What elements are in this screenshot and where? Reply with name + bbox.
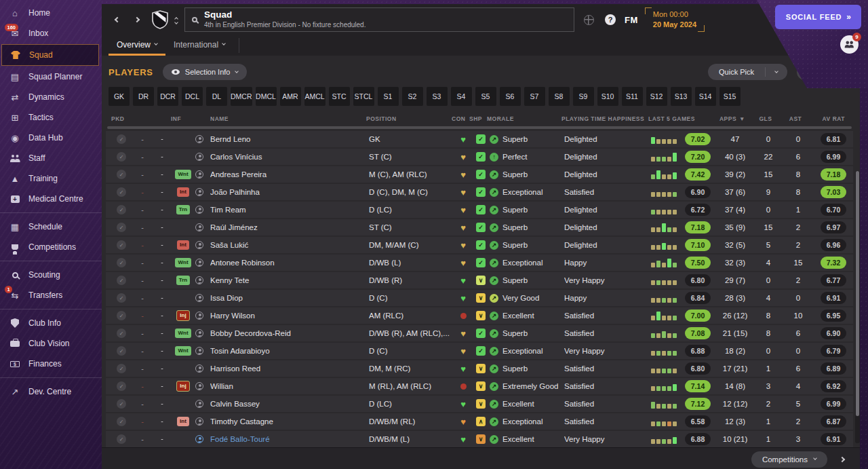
player-row[interactable]: ✓-IntSaša LukićDM, M/AM (C)♥✓↗SuperbDeli… [106, 237, 853, 253]
player-name[interactable]: Calvin Bassey [210, 400, 369, 408]
sidebar-item-tactics[interactable]: ⊞Tactics [0, 107, 102, 128]
row-dropdown[interactable] [153, 245, 171, 246]
sidebar-item-squad[interactable]: Squad [1, 44, 99, 66]
player-name[interactable]: Andreas Pereira [210, 170, 369, 179]
player-row[interactable]: ✓-TrnTim ReamD (LC)♥✓↗SuperbDelighted6.7… [106, 202, 853, 218]
sidebar-item-schedule[interactable]: ▦Schedule [0, 217, 102, 237]
picked-check-icon[interactable]: ✓ [117, 381, 126, 391]
position-filter-s9[interactable]: S9 [573, 87, 594, 106]
club-switcher[interactable] [175, 16, 178, 24]
sidebar-item-squad-planner[interactable]: ▤Squad Planner [0, 67, 102, 87]
player-row[interactable]: ✓-IntTimothy CastagneD/WB/M (RL)♥∧↗Excep… [106, 413, 853, 430]
social-globe-button[interactable] [581, 15, 596, 25]
position-filter-dcl[interactable]: DCL [182, 87, 203, 106]
picked-check-icon[interactable]: ✓ [117, 434, 126, 444]
position-filter-dr[interactable]: DR [133, 87, 154, 106]
column-header-inf[interactable]: INF [171, 115, 210, 122]
column-header-last5[interactable]: LAST 5 GAMES [648, 115, 713, 122]
player-name[interactable]: Kenny Tete [210, 276, 369, 284]
quick-pick-button[interactable]: Quick Pick [708, 64, 765, 80]
sidebar-item-data-hub[interactable]: ◉Data Hub [0, 128, 102, 148]
position-filter-dmcr[interactable]: DMCR [231, 87, 252, 106]
position-filter-s4[interactable]: S4 [451, 87, 472, 106]
player-name[interactable]: Saša Lukić [210, 241, 369, 249]
column-header-gls[interactable]: GLS [751, 115, 780, 122]
tab-international[interactable]: International [165, 35, 233, 56]
row-dropdown[interactable] [153, 210, 171, 210]
column-header-shp[interactable]: SHP [469, 115, 487, 122]
player-row[interactable]: ✓-Calvin BasseyD (LC)♥∨↗ExcellentSatisfi… [106, 396, 853, 412]
picked-check-icon[interactable]: ✓ [117, 205, 126, 214]
row-dropdown[interactable] [153, 369, 171, 369]
player-row[interactable]: ✓-Fodé Ballo-TouréD/WB/M (L)♥∨↗Excellent… [106, 431, 853, 447]
player-name[interactable]: João Palhinha [210, 188, 369, 196]
picked-check-icon[interactable]: ✓ [117, 364, 126, 373]
player-row[interactable]: ✓-WntAntonee RobinsonD/WB (L)♥✓↗Exceptio… [106, 255, 853, 271]
row-dropdown[interactable] [153, 139, 171, 140]
sidebar-item-home[interactable]: ⌂Home [0, 3, 102, 23]
player-row[interactable]: ✓-Carlos ViníciusST (C)♥✓↑PerfectDelight… [106, 149, 853, 165]
player-name[interactable]: Fodé Ballo-Touré [210, 435, 369, 443]
column-header-ast[interactable]: AST [780, 115, 811, 122]
row-dropdown[interactable] [153, 298, 171, 299]
picked-check-icon[interactable]: ✓ [117, 152, 126, 162]
picked-check-icon[interactable]: ✓ [117, 170, 126, 179]
row-dropdown[interactable] [153, 333, 171, 334]
player-row[interactable]: ✓-Issa DiopD (C)♥∨↗Very GoodHappy6.8428 … [106, 290, 853, 306]
row-dropdown[interactable] [153, 386, 171, 387]
position-filter-s6[interactable]: S6 [500, 87, 521, 106]
forward-button[interactable] [130, 12, 145, 27]
player-name[interactable]: Carlos Vinícius [210, 153, 369, 161]
position-filter-s13[interactable]: S13 [671, 87, 692, 106]
picked-check-icon[interactable]: ✓ [117, 134, 126, 144]
player-name[interactable]: Harrison Reed [210, 364, 369, 373]
position-filter-s11[interactable]: S11 [622, 87, 643, 106]
position-filter-gk[interactable]: GK [108, 87, 130, 106]
sidebar-item-inbox[interactable]: ✉160Inbox [0, 23, 102, 43]
sidebar-item-scouting[interactable]: Scouting [0, 265, 102, 285]
row-dropdown[interactable] [153, 174, 171, 175]
player-name[interactable]: Willian [210, 382, 369, 390]
sidebar-item-finances[interactable]: $Finances [0, 354, 102, 374]
position-filter-s5[interactable]: S5 [475, 87, 496, 106]
position-filter-dl[interactable]: DL [206, 87, 227, 106]
position-filter-s15[interactable]: S15 [719, 87, 741, 106]
sidebar-item-transfers[interactable]: ⇆1Transfers [0, 285, 102, 305]
player-row[interactable]: ✓-IntJoão PalhinhaD (C), DM, M (C)♥✓↗Exc… [106, 184, 853, 200]
next-panel-button[interactable] [835, 452, 850, 467]
column-header-apps[interactable]: APPS▼ [713, 115, 751, 122]
player-row[interactable]: ✓-Raúl JiménezST (C)♥✓↗SuperbDelighted7.… [106, 219, 853, 236]
player-name[interactable]: Timothy Castagne [210, 417, 369, 426]
help-button[interactable]: ? [603, 14, 618, 25]
row-dropdown[interactable] [153, 351, 171, 352]
player-name[interactable]: Bernd Leno [210, 135, 369, 143]
horizontal-scrollbar[interactable] [107, 126, 852, 129]
player-name[interactable]: Antonee Robinson [210, 259, 369, 267]
picked-check-icon[interactable]: ✓ [117, 417, 126, 426]
player-row[interactable]: ✓-InjWillianM (RL), AM (RLC)∨↗Extremely … [106, 378, 853, 394]
back-button[interactable] [108, 12, 123, 27]
position-filter-amr[interactable]: AMR [280, 87, 301, 106]
player-row[interactable]: ✓-Harrison ReedDM, M (RC)♥∨↗SuperbSatisf… [106, 360, 853, 377]
picked-check-icon[interactable]: ✓ [117, 346, 126, 356]
sidebar-item-dynamics[interactable]: ⇄Dynamics [0, 87, 102, 107]
row-dropdown[interactable] [153, 157, 171, 157]
player-name[interactable]: Bobby Decordova-Reid [210, 329, 369, 337]
picked-check-icon[interactable]: ✓ [117, 293, 126, 303]
picked-check-icon[interactable]: ✓ [117, 240, 126, 250]
picked-check-icon[interactable]: ✓ [117, 223, 126, 232]
position-filter-stcl[interactable]: STCL [353, 87, 374, 106]
tab-overview[interactable]: Overview [108, 35, 165, 56]
picked-check-icon[interactable]: ✓ [117, 399, 126, 409]
player-name[interactable]: Tosin Adarabioyo [210, 347, 369, 355]
competitions-dropdown[interactable]: Competitions [751, 451, 827, 468]
column-header-happiness[interactable]: PLAYING TIME HAPPINESS [561, 115, 648, 122]
column-header-avrat[interactable]: AV RAT [811, 115, 850, 122]
sidebar-item-club-info[interactable]: Club Info [0, 313, 102, 333]
row-dropdown[interactable] [153, 404, 171, 405]
scrollbar-thumb[interactable] [856, 171, 859, 416]
player-name[interactable]: Harry Wilson [210, 312, 369, 320]
sidebar-item-training[interactable]: ▲Training [0, 168, 102, 189]
title-search-box[interactable]: Squad 4th in English Premier Division - … [184, 7, 574, 32]
column-header-morale[interactable]: MORALE [487, 115, 561, 122]
